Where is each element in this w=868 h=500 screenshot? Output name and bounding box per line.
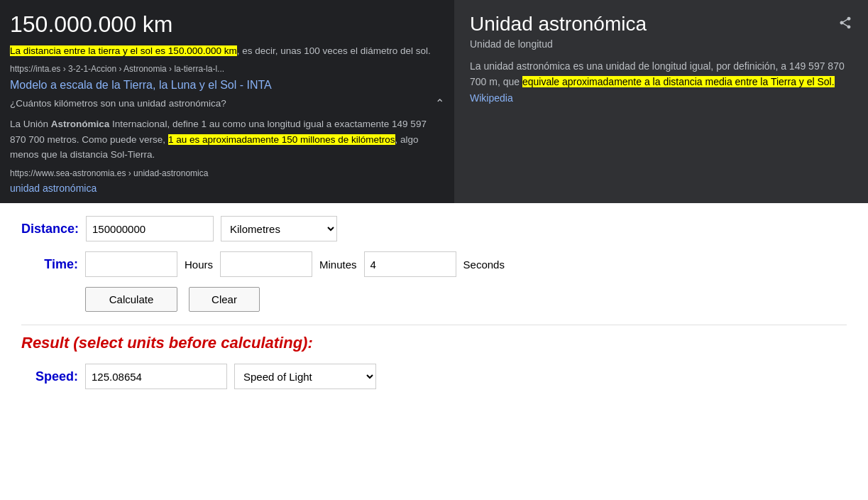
result-link2[interactable]: unidad astronómica	[10, 183, 97, 194]
url1: https://inta.es › 3-2-1-Accion › Astrono…	[10, 62, 444, 75]
speed-result-input[interactable]	[85, 364, 227, 389]
calculate-button[interactable]: Calculate	[85, 287, 177, 312]
speed-label: Speed:	[21, 369, 78, 384]
answer-text: La Unión Astronómica Internacional, defi…	[10, 116, 444, 163]
result-text-after: , es decir, unas 100 veces el diámetro d…	[237, 45, 431, 56]
seconds-label: Seconds	[463, 259, 505, 271]
kp-subtitle: Unidad de longitud	[470, 38, 852, 50]
distance-row: Distance: Kilometres Miles Metres Light …	[21, 216, 847, 241]
answer-bold: Astronómica	[51, 119, 110, 129]
main-distance-title: 150.000.000 km	[10, 7, 444, 41]
distance-input[interactable]	[86, 216, 214, 241]
question-row: ¿Cuántos kilómetros son una unidad astro…	[10, 95, 444, 112]
kp-description: La unidad astronómica es una unidad de l…	[470, 58, 852, 106]
highlighted-sentence: La distancia entre la tierra y el sol es…	[10, 45, 237, 56]
hours-label: Hours	[185, 259, 213, 271]
question-text: ¿Cuántos kilómetros son una unidad astro…	[10, 97, 226, 111]
kp-title-text: Unidad astronómica	[470, 13, 647, 36]
result-row: Speed: Speed of Light km/h m/s mph Mach	[21, 364, 847, 389]
url2: https://www.sea-astronomia.es › unidad-a…	[10, 167, 444, 180]
minutes-input[interactable]	[220, 251, 312, 277]
calculator-section: Distance: Kilometres Miles Metres Light …	[0, 203, 868, 403]
divider	[21, 325, 847, 325]
kp-wiki-link[interactable]: Wikipedia	[470, 92, 513, 104]
share-icon[interactable]	[838, 16, 852, 33]
left-search-panel: 150.000.000 km La distancia entre la tie…	[0, 0, 454, 203]
distance-label: Distance:	[21, 222, 79, 237]
hours-input[interactable]	[85, 251, 177, 277]
answer-highlight: 1 au es aproximadamente 150 millones de …	[168, 134, 395, 145]
chevron-up-icon[interactable]: ⌃	[435, 95, 444, 112]
clear-button[interactable]: Clear	[189, 287, 260, 312]
result-link1[interactable]: Modelo a escala de la Tierra, la Luna y …	[10, 77, 444, 94]
distance-unit-select[interactable]: Kilometres Miles Metres Light Years Astr…	[221, 216, 337, 241]
knowledge-panel: Unidad astronómica Unidad de longitud La…	[454, 0, 868, 203]
time-row: Time: Hours Minutes Seconds	[21, 251, 847, 277]
result-heading: Result (select units before calculating)…	[21, 334, 847, 352]
buttons-row: Calculate Clear	[85, 287, 847, 312]
first-result-snippet: La distancia entre la tierra y el sol es…	[10, 44, 444, 58]
answer-text1: La Unión	[10, 119, 51, 129]
time-label: Time:	[21, 257, 78, 272]
speed-unit-select[interactable]: Speed of Light km/h m/s mph Mach	[234, 364, 376, 389]
kp-title-row: Unidad astronómica	[470, 13, 852, 36]
kp-highlight: equivale aproximadamente a la distancia …	[522, 76, 835, 87]
minutes-label: Minutes	[319, 259, 357, 271]
seconds-input[interactable]	[364, 251, 456, 277]
